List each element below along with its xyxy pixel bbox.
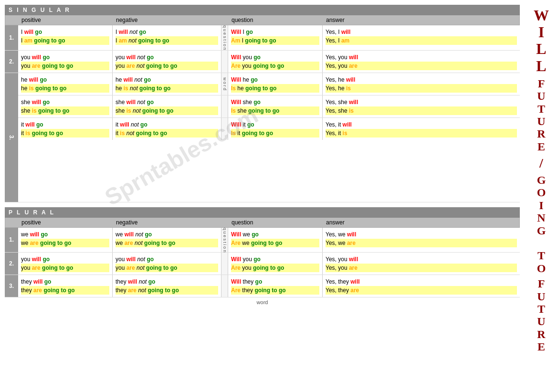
plural-header-positive: positive	[19, 218, 113, 227]
singular-num-2: 2.	[5, 51, 18, 73]
am-span: am	[24, 37, 32, 44]
side-title-will: WILL	[534, 7, 549, 74]
singular-title: S I N G U L A R	[5, 5, 520, 15]
singular-section: S I N G U L A R positive negative questi…	[5, 5, 520, 202]
singular-pos-2: you will go you are going to go	[18, 51, 113, 73]
singular-row-1: 1. I will go I am going to go I will not…	[5, 25, 520, 51]
singular-row-1-cells: I will go I am going to go I will not go…	[18, 25, 520, 50]
plural-col-headers: positive negative question answer	[5, 218, 520, 228]
singular-header-negative: negative	[113, 15, 222, 25]
plural-num-1: 1.	[5, 228, 18, 253]
singular-neg-2: you will not go you are not going to go	[113, 51, 221, 73]
singular-row-3-subrows: he will go he is going to go he will not…	[18, 73, 520, 202]
side-title-slash: /	[539, 156, 543, 171]
singular-que-1-line1: Will I go	[231, 28, 319, 36]
side-title-future2: FUTURE	[537, 277, 545, 353]
q-sep-1: q u e s t i o n	[221, 25, 228, 50]
singular-she-row: she will go she is going to go she will …	[18, 95, 520, 118]
singular-header-question: question	[229, 15, 323, 25]
singular-pos-1: I will go I am going to go	[18, 25, 113, 50]
main-wrapper: S I N G U L A R positive negative questi…	[0, 0, 558, 360]
singular-ans-1-line1: Yes, I will	[326, 28, 517, 36]
singular-row-3: 3. he will go he is going to go he will …	[5, 73, 520, 202]
singular-neg-1: I will not go I am not going to go	[113, 25, 221, 50]
singular-pos-1-line1: I will go	[21, 28, 109, 36]
singular-que-1-line2: Am I going to go	[231, 36, 319, 45]
singular-he-row: he will go he is going to go he will not…	[18, 73, 520, 95]
singular-col-headers: positive negative question answer	[5, 15, 520, 25]
singular-neg-1-line1: I will not go	[116, 28, 218, 36]
plural-row-2: 2. you will go you are going to go you w…	[5, 253, 520, 275]
plural-header-answer: answer	[323, 218, 519, 227]
table-area: S I N G U L A R positive negative questi…	[5, 5, 525, 356]
q-sep-2	[221, 51, 228, 73]
singular-neg-1-line2: I am not going to go	[116, 36, 218, 45]
going-to-span: going to go	[34, 37, 65, 44]
will-span: will	[24, 29, 33, 35]
go-span: go	[35, 29, 42, 35]
singular-ans-2: Yes, you will Yes, you are	[323, 51, 520, 73]
plural-title: P L U R A L	[5, 207, 520, 218]
plural-row-3: 3. they will go they are going to go the…	[5, 275, 520, 297]
singular-num-1: 1.	[5, 25, 18, 50]
plural-num-2: 2.	[5, 253, 18, 275]
singular-row-2: 2. you will go you are going to go you w…	[5, 51, 520, 73]
singular-ans-1: Yes, I will Yes, I am	[323, 25, 520, 50]
singular-header-answer: answer	[323, 15, 519, 25]
singular-que-1: Will I go Am I going to go	[228, 25, 323, 50]
singular-it-row: it will go it is going to go it will not…	[18, 118, 520, 140]
plural-section: P L U R A L positive negative question a…	[5, 207, 520, 307]
singular-que-2: Will you go Are you going to go	[228, 51, 323, 73]
singular-ans-1-line2: Yes, I am	[326, 36, 517, 45]
plural-row-1: 1. we will go we are going to go we will…	[5, 228, 520, 253]
singular-num-3: 3.	[5, 73, 18, 202]
side-title-going-to: GOINGTO	[537, 174, 546, 275]
side-title-area: WILL FUTURE / GOINGTO FUTURE	[525, 5, 558, 356]
singular-row-2-cells: you will go you are going to go you will…	[18, 51, 520, 73]
footer: word	[5, 297, 520, 307]
side-title-future1: FUTURE	[537, 77, 545, 153]
plural-num-3: 3.	[5, 275, 18, 297]
singular-header-positive: positive	[19, 15, 113, 25]
plural-header-question: question	[229, 218, 323, 227]
singular-pos-1-line2: I am going to go	[21, 36, 109, 45]
plural-header-negative: negative	[113, 218, 222, 227]
